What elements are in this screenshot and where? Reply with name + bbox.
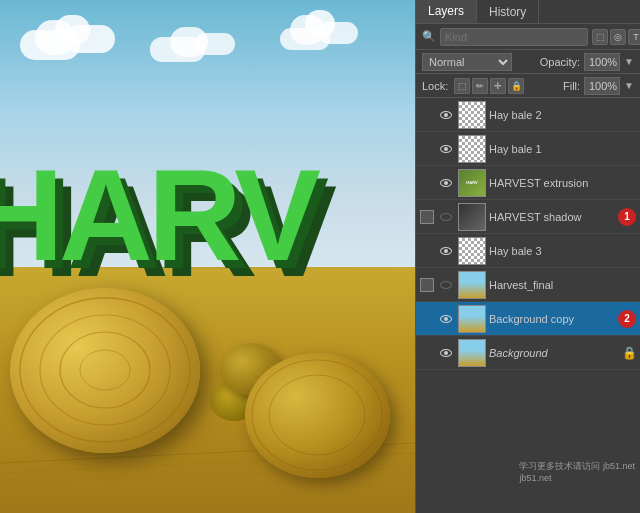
layer-name: Hay bale 2 bbox=[489, 109, 636, 121]
search-icon: 🔍 bbox=[422, 30, 436, 43]
lock-row: Lock: ⬚ ✏ ✛ 🔒 Fill: ▼ bbox=[416, 74, 640, 98]
layer-name: Background bbox=[489, 347, 619, 359]
lock-label: Lock: bbox=[422, 80, 448, 92]
layer-visibility-eye[interactable] bbox=[437, 344, 455, 362]
search-bar: 🔍 ⬚ ◎ T ⊞ ⊟ bbox=[416, 24, 640, 50]
filter-icon-1[interactable]: ⬚ bbox=[592, 29, 608, 45]
cloud-3 bbox=[280, 10, 370, 60]
lock-icons: ⬚ ✏ ✛ 🔒 bbox=[454, 78, 524, 94]
cloud-2 bbox=[150, 25, 250, 65]
layer-thumbnail bbox=[458, 203, 486, 231]
layer-thumbnail: HARV bbox=[458, 169, 486, 197]
layer-visibility-eye[interactable] bbox=[437, 242, 455, 260]
layer-item[interactable]: HARVEST shadow1 bbox=[416, 200, 640, 234]
layer-name: Hay bale 3 bbox=[489, 245, 636, 257]
layer-visibility-eye[interactable] bbox=[437, 276, 455, 294]
layer-item[interactable]: HARVHARVEST extrusion bbox=[416, 166, 640, 200]
opacity-label: Opacity: bbox=[540, 56, 580, 68]
layer-badge: 1 bbox=[618, 208, 636, 226]
layer-visibility-eye[interactable] bbox=[437, 106, 455, 124]
opacity-dropdown-icon[interactable]: ▼ bbox=[624, 56, 634, 67]
layer-item[interactable]: Hay bale 3 bbox=[416, 234, 640, 268]
layer-visibility-checkbox[interactable] bbox=[420, 210, 434, 224]
fill-label: Fill: bbox=[563, 80, 580, 92]
svg-point-6 bbox=[80, 350, 130, 390]
hay-bale-main bbox=[10, 288, 210, 458]
layer-lock-icon: 🔒 bbox=[622, 346, 636, 360]
fill-input[interactable] bbox=[584, 77, 620, 95]
layer-badge: 2 bbox=[618, 310, 636, 328]
tab-history[interactable]: History bbox=[477, 0, 539, 23]
layer-thumbnail bbox=[458, 271, 486, 299]
watermark: 学习更多技术请访问 jb51.net jb51.net bbox=[519, 460, 635, 483]
layer-visibility-eye[interactable] bbox=[437, 140, 455, 158]
opacity-input[interactable] bbox=[584, 53, 620, 71]
svg-point-8 bbox=[269, 375, 365, 455]
panel-tabs: Layers History bbox=[416, 0, 640, 24]
layer-thumbnail bbox=[458, 339, 486, 367]
layer-thumbnail bbox=[458, 305, 486, 333]
blend-mode-row: Normal Opacity: ▼ bbox=[416, 50, 640, 74]
layer-name: HARVEST shadow bbox=[489, 211, 615, 223]
tab-layers[interactable]: Layers bbox=[416, 0, 477, 23]
hay-bale-right bbox=[245, 353, 395, 483]
layer-visibility-eye[interactable] bbox=[437, 174, 455, 192]
filter-icon-3[interactable]: T bbox=[628, 29, 640, 45]
lock-pixel-icon[interactable]: ⬚ bbox=[454, 78, 470, 94]
layer-thumbnail bbox=[458, 135, 486, 163]
blend-mode-select[interactable]: Normal bbox=[422, 53, 512, 71]
layers-list: Hay bale 2Hay bale 1HARVHARVEST extrusio… bbox=[416, 98, 640, 370]
layer-item[interactable]: Background copy2 bbox=[416, 302, 640, 336]
layer-name: Harvest_final bbox=[489, 279, 636, 291]
layer-visibility-eye[interactable] bbox=[437, 310, 455, 328]
layer-thumbnail bbox=[458, 237, 486, 265]
svg-point-5 bbox=[60, 332, 150, 408]
filter-icons: ⬚ ◎ T ⊞ ⊟ bbox=[592, 29, 640, 45]
layer-item[interactable]: Background🔒 bbox=[416, 336, 640, 370]
filter-icon-2[interactable]: ◎ bbox=[610, 29, 626, 45]
svg-point-3 bbox=[20, 298, 190, 442]
svg-point-7 bbox=[252, 360, 382, 470]
search-input[interactable] bbox=[440, 28, 588, 46]
canvas-area: HARV bbox=[0, 0, 415, 513]
harvest-text: HARV bbox=[0, 140, 316, 290]
layer-item[interactable]: Hay bale 1 bbox=[416, 132, 640, 166]
layer-name: Hay bale 1 bbox=[489, 143, 636, 155]
cloud-1 bbox=[20, 15, 140, 65]
layer-thumbnail bbox=[458, 101, 486, 129]
layer-name: HARVEST extrusion bbox=[489, 177, 636, 189]
layer-visibility-eye[interactable] bbox=[437, 208, 455, 226]
fill-dropdown-icon[interactable]: ▼ bbox=[624, 80, 634, 91]
lock-position-icon[interactable]: ✛ bbox=[490, 78, 506, 94]
lock-all-icon[interactable]: 🔒 bbox=[508, 78, 524, 94]
lock-paint-icon[interactable]: ✏ bbox=[472, 78, 488, 94]
layers-panel: Layers History 🔍 ⬚ ◎ T ⊞ ⊟ Normal Opacit… bbox=[415, 0, 640, 513]
layer-name: Background copy bbox=[489, 313, 615, 325]
layer-item[interactable]: Harvest_final bbox=[416, 268, 640, 302]
layer-item[interactable]: Hay bale 2 bbox=[416, 98, 640, 132]
layer-visibility-checkbox[interactable] bbox=[420, 278, 434, 292]
